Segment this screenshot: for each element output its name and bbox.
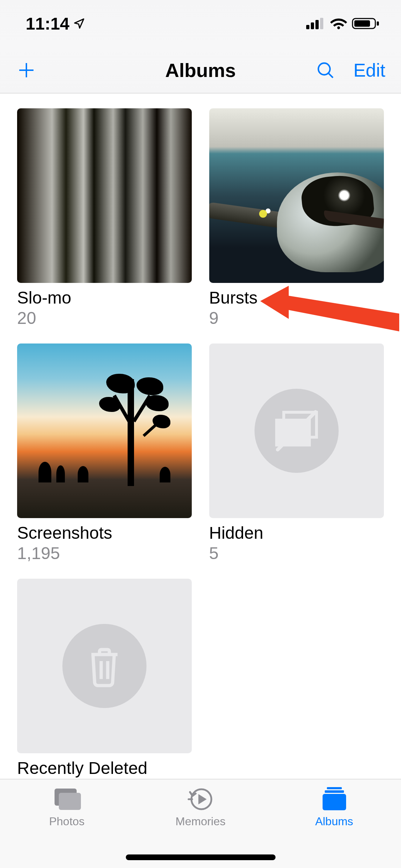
tab-label: Albums (315, 815, 353, 828)
album-thumbnail (209, 108, 384, 283)
svg-rect-5 (354, 20, 370, 27)
svg-rect-18 (327, 787, 342, 789)
wifi-icon (330, 17, 348, 30)
album-title: Hidden (209, 523, 384, 543)
album-title: Bursts (209, 288, 384, 308)
tab-albums[interactable]: Albums (268, 786, 400, 868)
album-thumbnail (17, 579, 192, 753)
album-count: 9 (209, 308, 384, 328)
tab-label: Photos (49, 815, 85, 828)
album-thumbnail (17, 108, 192, 283)
album-count: 5 (209, 543, 384, 563)
svg-rect-6 (377, 21, 379, 26)
svg-line-10 (329, 73, 333, 77)
trash-icon (62, 624, 146, 708)
status-bar: 11:14 (0, 0, 401, 47)
svg-rect-1 (311, 22, 314, 29)
album-hidden[interactable]: Hidden 5 (209, 343, 384, 563)
album-thumbnail (209, 343, 384, 518)
album-thumbnail (17, 343, 192, 518)
photos-stack-icon (52, 786, 82, 811)
svg-rect-0 (306, 25, 309, 29)
svg-rect-3 (320, 18, 323, 29)
album-count: 20 (17, 308, 192, 328)
add-album-button[interactable] (16, 60, 37, 81)
album-title: Slo-mo (17, 288, 192, 308)
album-screenshots[interactable]: Screenshots 1,195 (17, 343, 192, 563)
battery-icon (352, 17, 380, 30)
album-slo-mo[interactable]: Slo-mo 20 (17, 108, 192, 328)
svg-rect-19 (325, 790, 344, 793)
albums-stack-icon (319, 786, 350, 811)
cell-signal-icon (306, 17, 325, 30)
location-services-icon (73, 17, 85, 30)
tab-photos[interactable]: Photos (1, 786, 133, 868)
svg-rect-2 (315, 20, 319, 29)
album-title: Screenshots (17, 523, 192, 543)
album-count: 1,195 (17, 543, 192, 563)
album-recently-deleted[interactable]: Recently Deleted (17, 579, 192, 778)
album-bursts[interactable]: Bursts 9 (209, 108, 384, 328)
nav-bar: Albums Edit (0, 47, 401, 93)
memories-icon (186, 786, 215, 811)
hidden-placeholder-icon (255, 389, 339, 473)
search-button[interactable] (315, 60, 335, 80)
svg-rect-15 (59, 793, 81, 810)
svg-point-9 (319, 63, 330, 75)
nav-title: Albums (165, 59, 236, 81)
tab-label: Memories (175, 815, 225, 828)
svg-rect-20 (323, 794, 346, 810)
home-indicator[interactable] (126, 854, 276, 860)
svg-marker-17 (199, 796, 205, 803)
albums-grid: Slo-mo 20 Bursts 9 (0, 93, 401, 778)
edit-button[interactable]: Edit (353, 60, 385, 81)
album-title: Recently Deleted (17, 758, 192, 778)
status-time: 11:14 (26, 14, 70, 33)
